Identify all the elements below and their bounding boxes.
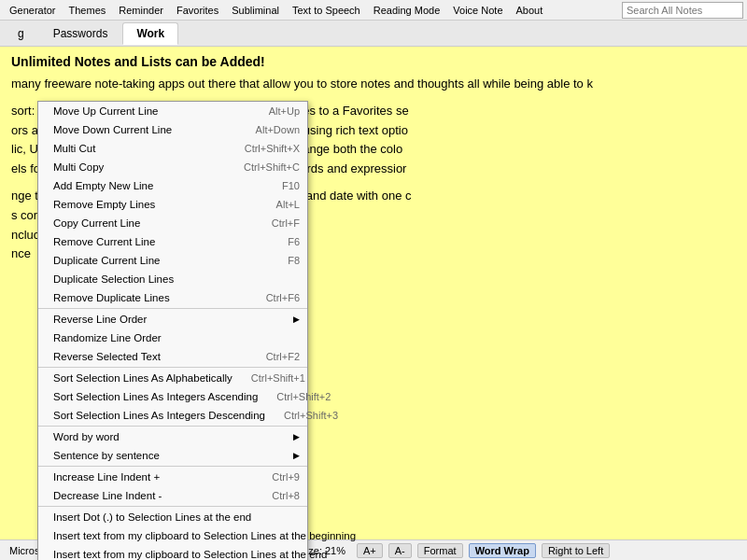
ctx-item-27[interactable]: Insert text from my clipboard to Selecti… [38, 526, 307, 545]
context-menu: Move Up Current LineAlt+UpMove Down Curr… [37, 101, 308, 560]
ctx-item-label-3: Multi Copy [53, 161, 104, 173]
ctx-item-1[interactable]: Move Down Current LineAlt+Down [38, 120, 307, 139]
ctx-shortcut-10: Ctrl+F6 [266, 292, 300, 303]
tab-passwords[interactable]: Passwords [39, 22, 122, 45]
ctx-item-label-23: Increase Line Indent + [53, 471, 160, 483]
ctx-item-label-4: Add Empty New Line [53, 180, 153, 191]
ctx-item-label-7: Remove Current Line [53, 236, 155, 247]
ctx-item-6[interactable]: Copy Current LineCtrl+F [38, 214, 307, 232]
ctx-item-label-13: Randomize Line Order [53, 332, 162, 343]
menu-reading[interactable]: Reading Mode [368, 3, 446, 18]
ctx-item-7[interactable]: Remove Current LineF6 [38, 232, 307, 251]
menu-tts[interactable]: Text to Speech [287, 3, 366, 18]
status-size-decrease[interactable]: A- [388, 543, 412, 558]
ctx-item-28[interactable]: Insert text from my clipboard to Selecti… [38, 545, 307, 560]
ctx-item-label-16: Sort Selection Lines As Alphabetically [53, 372, 233, 384]
ctx-item-5[interactable]: Remove Empty LinesAlt+L [38, 195, 307, 214]
ctx-item-label-17: Sort Selection Lines As Integers Ascendi… [53, 391, 258, 402]
ctx-divider-19 [38, 426, 307, 427]
menu-themes[interactable]: Themes [63, 3, 112, 18]
ctx-shortcut-7: F6 [288, 236, 300, 247]
ctx-item-label-28: Insert text from my clipboard to Selecti… [53, 549, 327, 560]
ctx-divider-11 [38, 308, 307, 309]
ctx-item-12[interactable]: Reverse Line Order [38, 310, 307, 329]
ctx-item-2[interactable]: Multi CutCtrl+Shift+X [38, 139, 307, 158]
search-input[interactable] [622, 2, 743, 19]
ctx-shortcut-0: Alt+Up [269, 105, 300, 117]
ctx-item-9[interactable]: Duplicate Selection Lines [38, 270, 307, 288]
ctx-item-label-24: Decrease Line Indent - [53, 490, 162, 501]
ctx-item-23[interactable]: Increase Line Indent +Ctrl+9 [38, 468, 307, 486]
ctx-item-label-14: Reverse Selected Text [53, 351, 161, 362]
menu-generator[interactable]: Generator [4, 3, 62, 18]
ctx-item-label-20: Word by word [53, 431, 120, 442]
ctx-item-label-18: Sort Selection Lines As Integers Descend… [53, 410, 265, 421]
ctx-item-3[interactable]: Multi CopyCtrl+Shift+C [38, 158, 307, 176]
ctx-item-label-27: Insert text from my clipboard to Selecti… [53, 530, 356, 541]
ctx-item-17[interactable]: Sort Selection Lines As Integers Ascendi… [38, 387, 307, 406]
tab-work[interactable]: Work [122, 22, 178, 45]
status-size-increase[interactable]: A+ [357, 543, 383, 558]
ctx-item-label-10: Remove Duplicate Lines [53, 292, 170, 303]
menu-favorites[interactable]: Favorites [171, 3, 224, 18]
ctx-shortcut-5: Alt+L [276, 199, 300, 210]
ctx-shortcut-4: F10 [282, 180, 300, 191]
ctx-shortcut-14: Ctrl+F2 [266, 351, 300, 362]
ctx-item-label-2: Multi Cut [53, 143, 95, 154]
ctx-item-label-8: Duplicate Current Line [53, 255, 160, 266]
ctx-shortcut-8: F8 [288, 255, 300, 266]
ctx-item-18[interactable]: Sort Selection Lines As Integers Descend… [38, 406, 307, 425]
ctx-divider-22 [38, 466, 307, 467]
ctx-item-20[interactable]: Word by word [38, 427, 307, 446]
ctx-shortcut-18: Ctrl+Shift+3 [284, 410, 338, 421]
ctx-item-8[interactable]: Duplicate Current LineF8 [38, 251, 307, 270]
menu-voice[interactable]: Voice Note [447, 3, 508, 18]
ctx-shortcut-1: Alt+Down [256, 124, 300, 135]
status-format[interactable]: Format [417, 543, 463, 558]
ctx-item-14[interactable]: Reverse Selected TextCtrl+F2 [38, 347, 307, 366]
tabs-bar: g Passwords Work [0, 21, 747, 47]
ctx-divider-25 [38, 506, 307, 507]
ctx-shortcut-3: Ctrl+Shift+C [244, 161, 300, 173]
status-direction[interactable]: Right to Left [542, 543, 610, 558]
note-title: Unlimited Notes and Lists can be Added! [11, 54, 736, 69]
menu-bar: Generator Themes Reminder Favorites Subl… [0, 0, 747, 21]
ctx-shortcut-2: Ctrl+Shift+X [245, 143, 300, 154]
tab-g[interactable]: g [4, 22, 38, 45]
ctx-item-label-26: Insert Dot (.) to Selection Lines at the… [53, 511, 251, 523]
ctx-item-4[interactable]: Add Empty New LineF10 [38, 176, 307, 195]
ctx-item-label-21: Sentence by sentence [53, 450, 160, 461]
menu-subliminal[interactable]: Subliminal [226, 3, 285, 18]
menu-about[interactable]: About [511, 3, 549, 18]
ctx-item-label-12: Reverse Line Order [53, 314, 147, 325]
ctx-item-label-6: Copy Current Line [53, 217, 140, 229]
ctx-item-26[interactable]: Insert Dot (.) to Selection Lines at the… [38, 508, 307, 526]
ctx-shortcut-6: Ctrl+F [272, 217, 300, 229]
menu-reminder[interactable]: Reminder [113, 3, 169, 18]
ctx-divider-15 [38, 367, 307, 368]
ctx-item-label-9: Duplicate Selection Lines [53, 273, 174, 285]
ctx-shortcut-24: Ctrl+8 [272, 490, 300, 501]
ctx-item-21[interactable]: Sentence by sentence [38, 446, 307, 465]
ctx-item-label-5: Remove Empty Lines [53, 199, 155, 210]
ctx-item-label-0: Move Up Current Line [53, 105, 159, 117]
ctx-item-13[interactable]: Randomize Line Order [38, 329, 307, 347]
ctx-shortcut-17: Ctrl+Shift+2 [276, 391, 331, 402]
note-line-1: many freeware note-taking apps out there… [11, 75, 736, 94]
ctx-item-0[interactable]: Move Up Current LineAlt+Up [38, 102, 307, 120]
ctx-item-24[interactable]: Decrease Line Indent -Ctrl+8 [38, 486, 307, 505]
status-wordwrap[interactable]: Word Wrap [469, 543, 536, 558]
ctx-shortcut-23: Ctrl+9 [272, 471, 300, 483]
ctx-item-16[interactable]: Sort Selection Lines As AlphabeticallyCt… [38, 369, 307, 387]
ctx-item-label-1: Move Down Current Line [53, 124, 172, 135]
ctx-shortcut-16: Ctrl+Shift+1 [251, 372, 305, 384]
ctx-item-10[interactable]: Remove Duplicate LinesCtrl+F6 [38, 288, 307, 307]
search-bar [622, 2, 743, 19]
